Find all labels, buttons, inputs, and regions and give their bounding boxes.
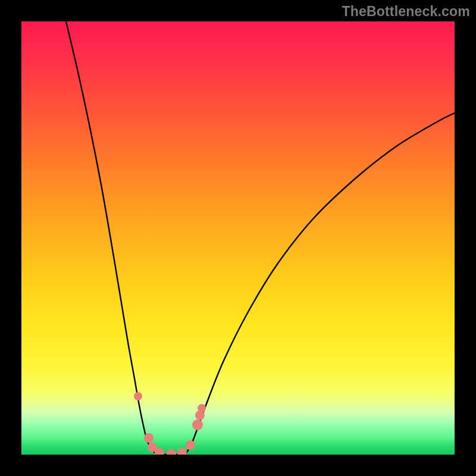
curve-line — [66, 21, 455, 455]
data-point-marker — [134, 392, 142, 400]
data-point-marker — [198, 404, 206, 412]
watermark-text: TheBottleneck.com — [342, 4, 470, 20]
data-point-marker — [192, 419, 203, 430]
curve-markers — [134, 392, 206, 455]
bottleneck-curve — [66, 21, 455, 455]
data-point-marker — [167, 449, 176, 455]
chart-plot-area — [21, 21, 455, 455]
data-point-marker — [177, 448, 187, 455]
data-point-marker — [144, 433, 154, 443]
chart-svg — [21, 21, 455, 455]
data-point-marker — [186, 440, 195, 450]
chart-frame: TheBottleneck.com — [0, 0, 476, 476]
